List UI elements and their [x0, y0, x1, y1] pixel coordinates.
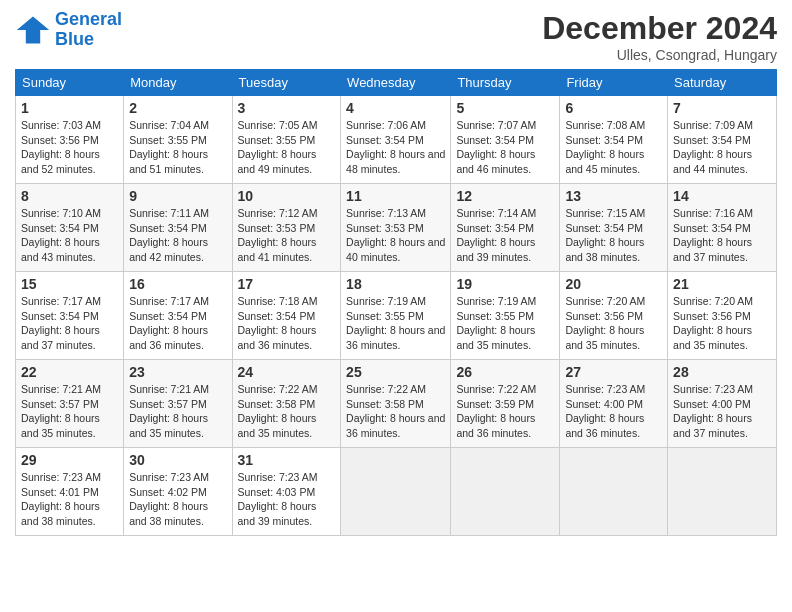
header-monday: Monday: [124, 70, 232, 96]
day-number: 31: [238, 452, 336, 468]
empty-cell: [560, 448, 668, 536]
day-info: Sunrise: 7:19 AM Sunset: 3:55 PM Dayligh…: [456, 294, 554, 353]
day-number: 24: [238, 364, 336, 380]
day-number: 21: [673, 276, 771, 292]
table-cell-day-10: 10 Sunrise: 7:12 AM Sunset: 3:53 PM Dayl…: [232, 184, 341, 272]
calendar-row: 15 Sunrise: 7:17 AM Sunset: 3:54 PM Dayl…: [16, 272, 777, 360]
table-cell-day-4: 4 Sunrise: 7:06 AM Sunset: 3:54 PM Dayli…: [341, 96, 451, 184]
day-number: 25: [346, 364, 445, 380]
day-info: Sunrise: 7:10 AM Sunset: 3:54 PM Dayligh…: [21, 206, 118, 265]
day-number: 29: [21, 452, 118, 468]
page-container: General Blue December 2024 Ulles, Csongr…: [0, 0, 792, 546]
day-info: Sunrise: 7:18 AM Sunset: 3:54 PM Dayligh…: [238, 294, 336, 353]
header-sunday: Sunday: [16, 70, 124, 96]
day-info: Sunrise: 7:22 AM Sunset: 3:58 PM Dayligh…: [238, 382, 336, 441]
day-info: Sunrise: 7:04 AM Sunset: 3:55 PM Dayligh…: [129, 118, 226, 177]
day-info: Sunrise: 7:23 AM Sunset: 4:01 PM Dayligh…: [21, 470, 118, 529]
empty-cell: [668, 448, 777, 536]
day-number: 10: [238, 188, 336, 204]
logo-icon: [15, 12, 51, 48]
table-cell-day-21: 21 Sunrise: 7:20 AM Sunset: 3:56 PM Dayl…: [668, 272, 777, 360]
logo: General Blue: [15, 10, 122, 50]
empty-cell: [451, 448, 560, 536]
table-cell-day-11: 11 Sunrise: 7:13 AM Sunset: 3:53 PM Dayl…: [341, 184, 451, 272]
day-info: Sunrise: 7:19 AM Sunset: 3:55 PM Dayligh…: [346, 294, 445, 353]
table-cell-day-3: 3 Sunrise: 7:05 AM Sunset: 3:55 PM Dayli…: [232, 96, 341, 184]
day-info: Sunrise: 7:22 AM Sunset: 3:59 PM Dayligh…: [456, 382, 554, 441]
table-cell-day-19: 19 Sunrise: 7:19 AM Sunset: 3:55 PM Dayl…: [451, 272, 560, 360]
table-cell-day-12: 12 Sunrise: 7:14 AM Sunset: 3:54 PM Dayl…: [451, 184, 560, 272]
table-cell-day-15: 15 Sunrise: 7:17 AM Sunset: 3:54 PM Dayl…: [16, 272, 124, 360]
header-tuesday: Tuesday: [232, 70, 341, 96]
header-thursday: Thursday: [451, 70, 560, 96]
day-info: Sunrise: 7:22 AM Sunset: 3:58 PM Dayligh…: [346, 382, 445, 441]
day-number: 26: [456, 364, 554, 380]
logo-text: General Blue: [55, 10, 122, 50]
table-cell-day-22: 22 Sunrise: 7:21 AM Sunset: 3:57 PM Dayl…: [16, 360, 124, 448]
day-number: 14: [673, 188, 771, 204]
header-friday: Friday: [560, 70, 668, 96]
table-cell-day-1: 1 Sunrise: 7:03 AM Sunset: 3:56 PM Dayli…: [16, 96, 124, 184]
calendar-table: Sunday Monday Tuesday Wednesday Thursday…: [15, 69, 777, 536]
day-number: 12: [456, 188, 554, 204]
day-info: Sunrise: 7:13 AM Sunset: 3:53 PM Dayligh…: [346, 206, 445, 265]
table-cell-day-30: 30 Sunrise: 7:23 AM Sunset: 4:02 PM Dayl…: [124, 448, 232, 536]
day-number: 28: [673, 364, 771, 380]
day-number: 3: [238, 100, 336, 116]
location: Ulles, Csongrad, Hungary: [542, 47, 777, 63]
table-cell-day-31: 31 Sunrise: 7:23 AM Sunset: 4:03 PM Dayl…: [232, 448, 341, 536]
header-saturday: Saturday: [668, 70, 777, 96]
day-number: 8: [21, 188, 118, 204]
day-info: Sunrise: 7:23 AM Sunset: 4:00 PM Dayligh…: [565, 382, 662, 441]
day-info: Sunrise: 7:16 AM Sunset: 3:54 PM Dayligh…: [673, 206, 771, 265]
day-number: 5: [456, 100, 554, 116]
day-number: 13: [565, 188, 662, 204]
day-number: 16: [129, 276, 226, 292]
day-number: 7: [673, 100, 771, 116]
day-info: Sunrise: 7:07 AM Sunset: 3:54 PM Dayligh…: [456, 118, 554, 177]
day-info: Sunrise: 7:23 AM Sunset: 4:02 PM Dayligh…: [129, 470, 226, 529]
day-info: Sunrise: 7:23 AM Sunset: 4:03 PM Dayligh…: [238, 470, 336, 529]
day-number: 19: [456, 276, 554, 292]
day-number: 11: [346, 188, 445, 204]
day-number: 18: [346, 276, 445, 292]
table-cell-day-7: 7 Sunrise: 7:09 AM Sunset: 3:54 PM Dayli…: [668, 96, 777, 184]
table-cell-day-2: 2 Sunrise: 7:04 AM Sunset: 3:55 PM Dayli…: [124, 96, 232, 184]
table-cell-day-9: 9 Sunrise: 7:11 AM Sunset: 3:54 PM Dayli…: [124, 184, 232, 272]
day-info: Sunrise: 7:09 AM Sunset: 3:54 PM Dayligh…: [673, 118, 771, 177]
day-info: Sunrise: 7:06 AM Sunset: 3:54 PM Dayligh…: [346, 118, 445, 177]
table-cell-day-23: 23 Sunrise: 7:21 AM Sunset: 3:57 PM Dayl…: [124, 360, 232, 448]
day-number: 23: [129, 364, 226, 380]
empty-cell: [341, 448, 451, 536]
table-cell-day-18: 18 Sunrise: 7:19 AM Sunset: 3:55 PM Dayl…: [341, 272, 451, 360]
day-number: 27: [565, 364, 662, 380]
day-info: Sunrise: 7:17 AM Sunset: 3:54 PM Dayligh…: [21, 294, 118, 353]
title-block: December 2024 Ulles, Csongrad, Hungary: [542, 10, 777, 63]
day-number: 17: [238, 276, 336, 292]
table-cell-day-6: 6 Sunrise: 7:08 AM Sunset: 3:54 PM Dayli…: [560, 96, 668, 184]
day-info: Sunrise: 7:21 AM Sunset: 3:57 PM Dayligh…: [21, 382, 118, 441]
calendar-row: 29 Sunrise: 7:23 AM Sunset: 4:01 PM Dayl…: [16, 448, 777, 536]
day-info: Sunrise: 7:03 AM Sunset: 3:56 PM Dayligh…: [21, 118, 118, 177]
table-cell-day-17: 17 Sunrise: 7:18 AM Sunset: 3:54 PM Dayl…: [232, 272, 341, 360]
calendar-row: 22 Sunrise: 7:21 AM Sunset: 3:57 PM Dayl…: [16, 360, 777, 448]
table-cell-day-25: 25 Sunrise: 7:22 AM Sunset: 3:58 PM Dayl…: [341, 360, 451, 448]
header: General Blue December 2024 Ulles, Csongr…: [15, 10, 777, 63]
day-info: Sunrise: 7:14 AM Sunset: 3:54 PM Dayligh…: [456, 206, 554, 265]
day-number: 2: [129, 100, 226, 116]
day-number: 6: [565, 100, 662, 116]
header-wednesday: Wednesday: [341, 70, 451, 96]
day-number: 9: [129, 188, 226, 204]
calendar-row: 8 Sunrise: 7:10 AM Sunset: 3:54 PM Dayli…: [16, 184, 777, 272]
day-info: Sunrise: 7:11 AM Sunset: 3:54 PM Dayligh…: [129, 206, 226, 265]
table-cell-day-5: 5 Sunrise: 7:07 AM Sunset: 3:54 PM Dayli…: [451, 96, 560, 184]
table-cell-day-13: 13 Sunrise: 7:15 AM Sunset: 3:54 PM Dayl…: [560, 184, 668, 272]
day-number: 4: [346, 100, 445, 116]
table-cell-day-26: 26 Sunrise: 7:22 AM Sunset: 3:59 PM Dayl…: [451, 360, 560, 448]
day-info: Sunrise: 7:20 AM Sunset: 3:56 PM Dayligh…: [565, 294, 662, 353]
table-cell-day-28: 28 Sunrise: 7:23 AM Sunset: 4:00 PM Dayl…: [668, 360, 777, 448]
table-cell-day-8: 8 Sunrise: 7:10 AM Sunset: 3:54 PM Dayli…: [16, 184, 124, 272]
day-number: 1: [21, 100, 118, 116]
day-info: Sunrise: 7:08 AM Sunset: 3:54 PM Dayligh…: [565, 118, 662, 177]
table-cell-day-29: 29 Sunrise: 7:23 AM Sunset: 4:01 PM Dayl…: [16, 448, 124, 536]
